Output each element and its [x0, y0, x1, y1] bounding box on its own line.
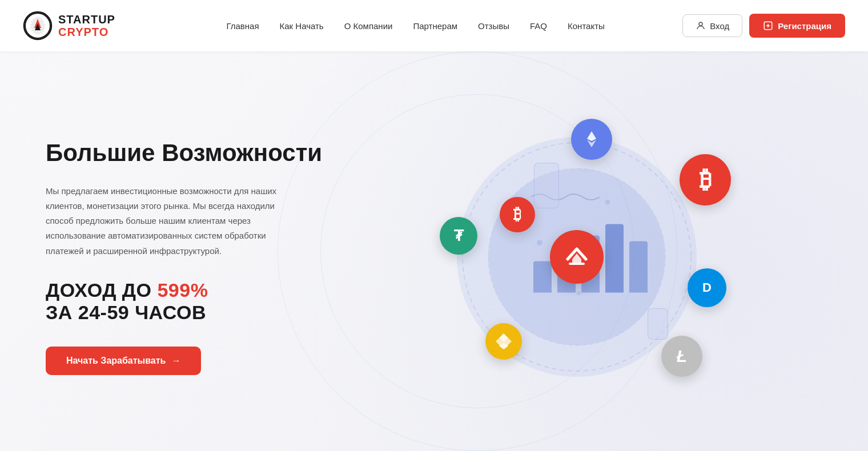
dot-3 — [605, 200, 610, 204]
hero-description: Мы предлагаем инвестиционные возможности… — [46, 184, 286, 259]
bar-5 — [629, 241, 648, 292]
user-icon — [696, 21, 706, 31]
logo-icon — [23, 11, 53, 41]
register-icon — [763, 21, 773, 31]
cta-label: Начать Зарабатывать — [66, 356, 166, 366]
register-button[interactable]: Регистрация — [749, 14, 845, 38]
cta-button[interactable]: Начать Зарабатывать → — [46, 347, 201, 375]
income-prefix: ДОХОД ДО — [46, 279, 157, 301]
income-percent: 599% — [157, 279, 208, 301]
logo-startup: STARTUP — [58, 13, 115, 26]
bar-4 — [605, 224, 624, 292]
coin-btc-small: ₿ — [500, 197, 535, 232]
coin-usdt: ₮ — [440, 217, 477, 255]
nav-faq[interactable]: FAQ — [530, 21, 547, 31]
coin-pushd — [550, 230, 604, 284]
nav-how-to-start[interactable]: Как Начать — [280, 21, 324, 31]
hero-visual: ₿ ₿ ₮ D — [331, 97, 822, 417]
nav-reviews[interactable]: Отзывы — [478, 21, 509, 31]
coin-bnb — [485, 323, 522, 360]
svg-point-4 — [699, 22, 702, 26]
rect-card-2 — [648, 308, 668, 340]
hero-income-line1: ДОХОД ДО 599% — [46, 279, 331, 301]
logo-crypto: CRYPTO — [58, 26, 115, 38]
nav-partners[interactable]: Партнерам — [413, 21, 457, 31]
header-actions: Вход Регистрация — [682, 14, 845, 38]
hero-section: Большие Возможности Мы предлагаем инвест… — [0, 51, 868, 451]
logo[interactable]: STARTUP CRYPTO — [23, 11, 148, 41]
main-nav: Главная Как Начать О Компании Партнерам … — [148, 21, 682, 31]
coin-eth — [571, 119, 612, 160]
crypto-illustration: ₿ ₿ ₮ D — [417, 108, 737, 405]
bar-1 — [533, 261, 552, 292]
dot-1 — [537, 240, 542, 245]
register-label: Регистрация — [778, 21, 831, 31]
coin-btc-large: ₿ — [680, 154, 731, 206]
cta-arrow: → — [171, 356, 180, 366]
header: STARTUP CRYPTO Главная Как Начать О Комп… — [0, 0, 868, 51]
hero-title: Большие Возможности — [46, 139, 331, 167]
dot-2 — [577, 291, 581, 295]
login-label: Вход — [710, 21, 729, 31]
nav-contacts[interactable]: Контакты — [568, 21, 605, 31]
nav-home[interactable]: Главная — [226, 21, 259, 31]
hero-income-line2: ЗА 24-59 ЧАСОВ — [46, 301, 331, 324]
login-button[interactable]: Вход — [682, 14, 742, 37]
nav-about[interactable]: О Компании — [344, 21, 393, 31]
hero-content: Большие Возможности Мы предлагаем инвест… — [46, 139, 331, 375]
rect-card-1 — [534, 163, 559, 208]
coin-dash: D — [688, 268, 726, 307]
coin-ltc: Ł — [661, 336, 702, 377]
logo-text: STARTUP CRYPTO — [58, 13, 115, 38]
hero-income: ДОХОД ДО 599% ЗА 24-59 ЧАСОВ — [46, 279, 331, 324]
svg-marker-8 — [587, 131, 596, 141]
